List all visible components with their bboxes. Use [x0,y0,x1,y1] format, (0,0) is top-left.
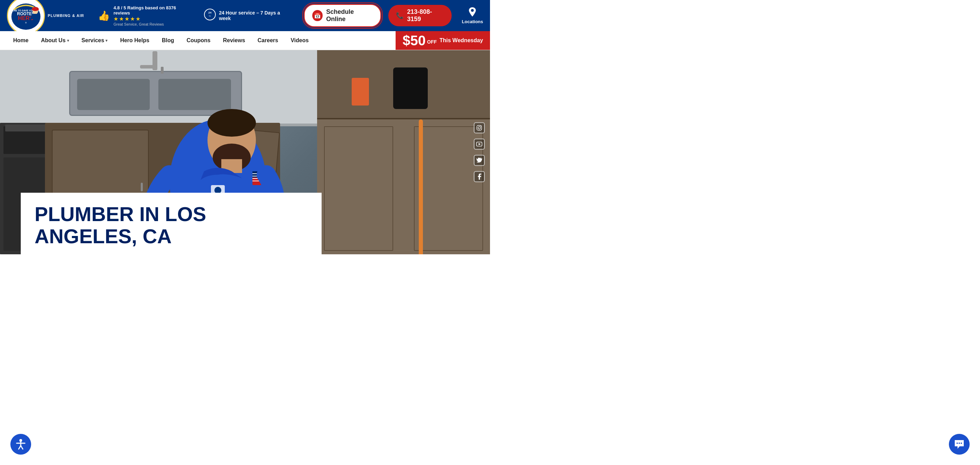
svg-text:®: ® [25,22,27,24]
svg-marker-38 [479,143,480,145]
nav-about-us[interactable]: About Us ▾ [35,31,75,50]
coupon-off: OFF [427,39,437,45]
wednesday-coupon[interactable]: $50 OFF This Wednesday [396,31,490,50]
schedule-btn-label: Schedule Online [326,8,373,23]
svg-point-11 [204,9,215,20]
nav-home[interactable]: Home [7,31,35,50]
svg-point-36 [480,126,481,127]
phone-button[interactable]: 📞 213-808-3159 [388,5,451,26]
coupon-amount: $50 [402,33,426,48]
ratings-text: 4.8 / 5 Ratings based on 8376 reviews ★★… [113,5,190,26]
svg-point-14 [471,9,474,12]
svg-line-8 [38,14,39,17]
phone-number: 213-808-3159 [407,8,444,23]
clock-icon: 24 hr [204,8,216,23]
svg-text:24: 24 [208,11,212,14]
nav-reviews[interactable]: Reviews [217,31,251,50]
phone-icon: 📞 [396,12,404,19]
nav-services[interactable]: Services ▾ [75,31,114,50]
hero-section: PLUMBER IN LOS ANGELES, CA [0,50,490,254]
nav-items: Home About Us ▾ Services ▾ Hero Helps Bl… [0,31,396,50]
services-chevron: ▾ [105,38,108,43]
calendar-icon: 📅 [312,10,323,21]
orange-canister [352,78,369,105]
black-device [393,67,428,109]
hero-title: PLUMBER IN LOS ANGELES, CA [35,203,308,247]
hero-text-box: PLUMBER IN LOS ANGELES, CA [21,193,321,254]
coupon-day: This Wednesday [439,37,483,44]
logo-circle: HERE TO SAVE YOUR DAY ROOTER HERO ® [7,0,45,35]
svg-rect-10 [32,9,39,10]
svg-text:hr: hr [209,15,211,17]
nav-videos[interactable]: Videos [284,31,315,50]
nav-bar: Home About Us ▾ Services ▾ Hero Helps Bl… [0,31,490,50]
schedule-online-button[interactable]: 📅 Schedule Online [304,4,382,27]
social-sidebar [474,123,485,182]
youtube-icon[interactable] [474,139,485,150]
service-block: 24 hr 24 Hour service – 7 Days a week [204,8,290,23]
about-us-chevron: ▾ [67,38,69,43]
instagram-icon[interactable] [474,123,485,134]
svg-point-35 [478,127,480,129]
svg-point-18 [207,109,256,137]
locations-block[interactable]: Locations [462,7,483,24]
nav-hero-helps[interactable]: Hero Helps [114,31,155,50]
nav-coupons[interactable]: Coupons [180,31,216,50]
drain-snake [407,119,435,254]
nav-careers[interactable]: Careers [251,31,285,50]
thumb-icon: 👍 [98,10,110,21]
ratings-block: 👍 4.8 / 5 Ratings based on 8376 reviews … [98,5,190,26]
location-pin-icon [468,7,477,19]
facebook-icon[interactable] [474,171,485,182]
twitter-icon[interactable] [474,155,485,166]
locations-label: Locations [462,19,483,24]
svg-rect-34 [477,126,482,131]
logo-area[interactable]: HERE TO SAVE YOUR DAY ROOTER HERO ® PLUM… [7,0,84,35]
service-text: 24 Hour service – 7 Days a week [219,10,290,21]
top-bar: HERE TO SAVE YOUR DAY ROOTER HERO ® PLUM… [0,0,490,31]
nav-blog[interactable]: Blog [156,31,180,50]
brand-name: PLUMBING & AIR [48,13,84,18]
